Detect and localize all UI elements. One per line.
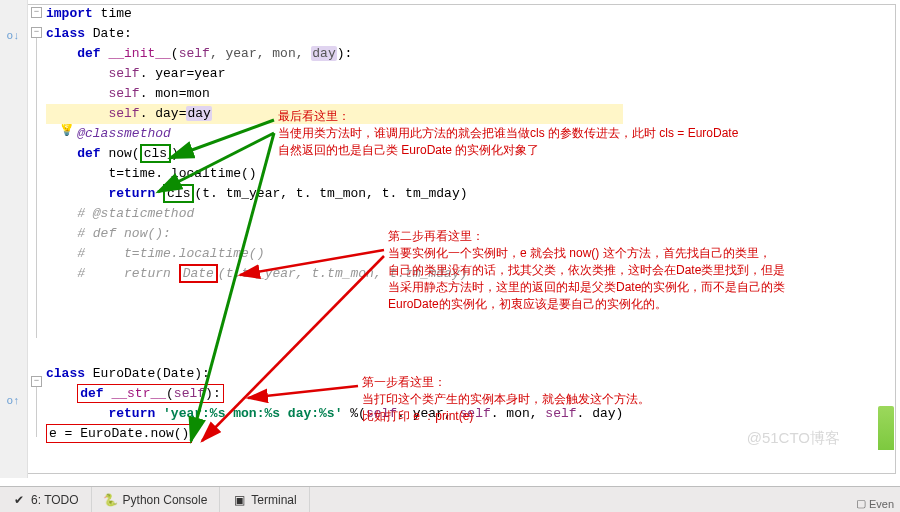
fold-column: − − − [30, 0, 44, 478]
code-line: self. mon=mon [46, 84, 623, 104]
status-user: ▢ Even [856, 497, 894, 510]
code-line: return cls(t. tm_year, t. tm_mon, t. tm_… [46, 184, 623, 204]
annotation-3: 第一步看这里： 当打印这个类产生的实例本身时，就会触发这个方法。 比如打印 e … [362, 374, 650, 425]
annotation-2: 第二步再看这里： 当要实例化一个实例时，e 就会找 now() 这个方法，首先找… [388, 228, 785, 313]
bottom-toolbar: ✔ 6: TODO 🐍 Python Console ▣ Terminal ▢ … [0, 486, 900, 512]
tab-terminal[interactable]: ▣ Terminal [220, 487, 309, 513]
anno-title: 最后看这里： [278, 108, 738, 125]
code-line: self. year=year [46, 64, 623, 84]
tab-label: Python Console [123, 493, 208, 507]
python-icon: 🐍 [104, 493, 118, 507]
anno-title: 第二步再看这里： [388, 228, 785, 245]
tab-python-console[interactable]: 🐍 Python Console [92, 487, 221, 513]
code-line: t=time. localtime() [46, 164, 623, 184]
code-line: e = EuroDate.now() [46, 424, 623, 444]
watermark: @51CTO博客 [747, 429, 840, 448]
code-editor[interactable]: o↓ o↑ − − − 💡 import time class Date: de… [0, 0, 900, 478]
code-line: import time [46, 4, 623, 24]
fold-line [36, 38, 37, 338]
tab-label: Terminal [251, 493, 296, 507]
anno-text: 当采用静态方法时，这里的返回的却是父类Date的实例化，而不是自己的类 [388, 279, 785, 296]
anno-text: 当要实例化一个实例时，e 就会找 now() 这个方法，首先找自己的类里， [388, 245, 785, 262]
anno-text: 当使用类方法时，谁调用此方法的就会把谁当做cls 的参数传进去，此时 cls =… [278, 125, 738, 142]
code-line: def __init__(self, year, mon, day): [46, 44, 623, 64]
code-line [46, 344, 623, 364]
corner-handle[interactable] [878, 406, 894, 450]
square-icon: ▢ [856, 497, 866, 510]
tab-label: 6: TODO [31, 493, 79, 507]
fold-toggle[interactable]: − [31, 27, 42, 38]
anno-text: 自己的类里没有的话，找其父类，依次类推，这时会在Date类里找到，但是 [388, 262, 785, 279]
code-line: class Date: [46, 24, 623, 44]
code-line: # @staticmethod [46, 204, 623, 224]
user-label: Even [869, 498, 894, 510]
anno-text: 比如打印 e ：print(e) [362, 408, 650, 425]
code-line [46, 324, 623, 344]
override-icon[interactable]: o↓ [4, 30, 22, 42]
fold-toggle[interactable]: − [31, 376, 42, 387]
fold-line [36, 387, 37, 437]
fold-toggle[interactable]: − [31, 7, 42, 18]
override-icon[interactable]: o↑ [4, 395, 22, 407]
tab-todo[interactable]: ✔ 6: TODO [0, 487, 92, 513]
anno-title: 第一步看这里： [362, 374, 650, 391]
check-icon: ✔ [12, 493, 26, 507]
anno-text: 自然返回的也是自己类 EuroDate 的实例化对象了 [278, 142, 738, 159]
terminal-icon: ▣ [232, 493, 246, 507]
anno-text: 当打印这个类产生的实例本身时，就会触发这个方法。 [362, 391, 650, 408]
annotation-1: 最后看这里： 当使用类方法时，谁调用此方法的就会把谁当做cls 的参数传进去，此… [278, 108, 738, 159]
gutter: o↓ o↑ [0, 0, 28, 478]
anno-text: EuroDate的实例化，初衷应该是要自己的实例化的。 [388, 296, 785, 313]
